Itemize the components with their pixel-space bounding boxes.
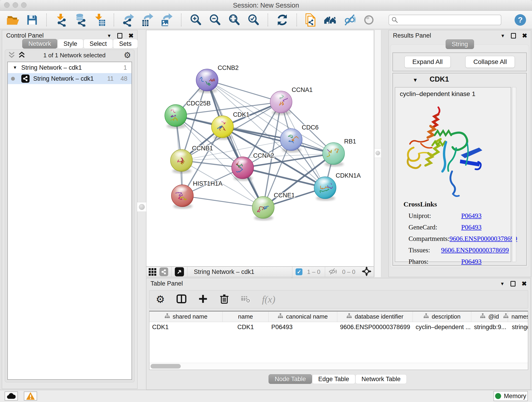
compartments-link[interactable]: 9606.ENSP00000378699 bbox=[450, 235, 517, 242]
string-home-icon[interactable] bbox=[323, 13, 337, 27]
pharos-link[interactable]: P06493 bbox=[461, 258, 481, 265]
tab-node-table[interactable]: Node Table bbox=[268, 374, 312, 384]
zoom-fit-icon[interactable] bbox=[227, 13, 241, 27]
hide-unhide-icon[interactable] bbox=[343, 13, 356, 27]
collapse-all-networks-icon[interactable] bbox=[8, 51, 15, 59]
delete-table-icon[interactable] bbox=[241, 294, 250, 304]
import-network-database-icon[interactable] bbox=[73, 13, 87, 27]
collapse-panel-icon[interactable]: ▼ bbox=[107, 33, 112, 38]
zoom-selected-icon[interactable] bbox=[247, 13, 260, 27]
gene-description: cyclin–dependent kinase 1 bbox=[400, 90, 475, 98]
warnings-button[interactable] bbox=[24, 391, 37, 401]
help-button[interactable]: ? bbox=[515, 14, 526, 26]
zoom-window-button[interactable] bbox=[21, 2, 27, 8]
column-header-shared-name[interactable]: shared name bbox=[149, 312, 223, 322]
column-header-canonical-name[interactable]: canonical name bbox=[268, 312, 337, 322]
network-node-CDKN1A[interactable] bbox=[314, 177, 336, 201]
table-horizontal-scrollbar[interactable] bbox=[149, 363, 528, 370]
network-canvas[interactable]: CCNB2CCNA1CDC25BCDK1CDC6RB1CCNB1CCNA2CDK… bbox=[146, 30, 374, 267]
search-input[interactable] bbox=[389, 15, 501, 25]
tab-sets[interactable]: Sets bbox=[113, 39, 138, 49]
column-header-database-identifier[interactable]: database identifier bbox=[337, 312, 413, 322]
tree-expand-caret-icon[interactable]: ▼ bbox=[13, 65, 17, 70]
genecard-link[interactable]: P06493 bbox=[461, 223, 481, 231]
uniprot-link[interactable]: P06493 bbox=[461, 212, 481, 220]
tab-select[interactable]: Select bbox=[83, 39, 113, 49]
traffic-lights[interactable] bbox=[4, 2, 27, 8]
export-network-icon[interactable] bbox=[121, 13, 135, 27]
network-edge-CCNB2-CCNE1[interactable] bbox=[207, 80, 263, 207]
table-row[interactable]: CDK1CDK1P064939606.ENSP00000378699cyclin… bbox=[149, 322, 528, 332]
network-node-CDC6[interactable] bbox=[280, 128, 302, 153]
tissues-link[interactable]: 9606.ENSP00000378699 bbox=[441, 246, 509, 254]
right-splitter[interactable] bbox=[374, 30, 381, 277]
column-header--id[interactable]: @id bbox=[471, 312, 508, 322]
close-panel-icon[interactable]: ✖ bbox=[128, 32, 133, 39]
memory-button[interactable]: Memory bbox=[494, 391, 528, 401]
expand-all-button[interactable]: Expand All bbox=[404, 56, 451, 68]
hidden-eye-icon[interactable] bbox=[328, 268, 337, 276]
automation-cloud-button[interactable] bbox=[5, 391, 18, 401]
export-table-icon[interactable] bbox=[141, 13, 154, 27]
delete-column-icon[interactable] bbox=[219, 294, 229, 305]
network-node-CCNA1[interactable] bbox=[270, 91, 292, 115]
export-image-icon[interactable] bbox=[160, 13, 174, 27]
selected-checkbox-icon[interactable]: ✓ bbox=[296, 268, 302, 275]
network-node-HIST1H1A[interactable] bbox=[171, 185, 193, 209]
scrollbar-thumb[interactable] bbox=[151, 364, 181, 369]
open-session-icon[interactable] bbox=[6, 13, 20, 27]
network-node-CCNB2[interactable] bbox=[196, 69, 218, 93]
network-edge-CCNB2-CCNA1[interactable] bbox=[207, 80, 281, 102]
tab-network[interactable]: Network bbox=[22, 39, 57, 49]
import-table-file-icon[interactable] bbox=[93, 13, 106, 27]
refresh-icon[interactable] bbox=[275, 13, 289, 27]
network-node-CCNB1[interactable] bbox=[171, 149, 192, 173]
results-scrollbar[interactable] bbox=[512, 87, 516, 262]
close-panel-icon[interactable]: ✖ bbox=[521, 280, 527, 287]
share-document-icon[interactable] bbox=[304, 13, 318, 27]
minimize-window-button[interactable] bbox=[13, 2, 18, 8]
collapse-panel-icon[interactable]: ▼ bbox=[500, 281, 505, 287]
network-node-CDC25B[interactable] bbox=[165, 104, 187, 128]
network-node-CCNA2[interactable] bbox=[232, 157, 254, 181]
left-splitter[interactable] bbox=[138, 30, 146, 389]
presentation-sphere-icon[interactable] bbox=[362, 13, 376, 27]
column-header-description[interactable]: description bbox=[413, 312, 471, 322]
close-panel-icon[interactable]: ✖ bbox=[522, 32, 527, 39]
string-view-icon[interactable] bbox=[159, 268, 168, 276]
float-panel-icon[interactable] bbox=[511, 33, 516, 38]
gene-section-caret-icon[interactable]: ▼ bbox=[413, 77, 418, 83]
import-network-file-icon[interactable] bbox=[54, 13, 68, 27]
function-builder-icon[interactable]: f(x) bbox=[262, 294, 275, 305]
zoom-in-icon[interactable] bbox=[189, 13, 203, 27]
tab-string[interactable]: String bbox=[446, 39, 474, 49]
tab-network-table[interactable]: Network Table bbox=[355, 374, 407, 384]
birds-eye-view-icon[interactable] bbox=[175, 267, 184, 276]
pan-crosshair-icon[interactable] bbox=[362, 267, 371, 277]
network-node-RB1[interactable] bbox=[321, 143, 345, 167]
table-settings-gear-icon[interactable]: ⚙ bbox=[156, 294, 165, 304]
network-node-CCNE1[interactable] bbox=[252, 196, 274, 220]
tab-style[interactable]: Style bbox=[57, 39, 83, 49]
network-options-gear-icon[interactable]: ⚙ bbox=[124, 51, 131, 59]
grid-view-icon[interactable] bbox=[149, 268, 156, 276]
network-node-CDK1[interactable] bbox=[211, 116, 234, 140]
expand-all-networks-icon[interactable] bbox=[18, 51, 25, 59]
column-header-name[interactable]: name bbox=[223, 312, 268, 322]
right-splitter-handle[interactable] bbox=[374, 148, 381, 158]
network-row[interactable]: String Network – cdk1 11 48 bbox=[8, 73, 132, 84]
tab-edge-table[interactable]: Edge Table bbox=[312, 374, 355, 384]
show-columns-icon[interactable] bbox=[176, 294, 187, 305]
add-column-icon[interactable] bbox=[198, 294, 208, 305]
zoom-out-icon[interactable] bbox=[208, 13, 222, 27]
collapse-all-button[interactable]: Collapse All bbox=[465, 56, 515, 68]
collapse-panel-icon[interactable]: ▼ bbox=[500, 33, 505, 38]
column-header-namespace[interactable]: namespace bbox=[508, 312, 528, 322]
left-splitter-handle[interactable] bbox=[137, 202, 147, 212]
network-collection-row[interactable]: ▼ String Network – cdk1 1 bbox=[8, 62, 132, 73]
network-edge-HIST1H1A-CCNE1[interactable] bbox=[182, 196, 263, 207]
save-session-icon[interactable] bbox=[25, 13, 39, 27]
close-window-button[interactable] bbox=[4, 2, 10, 8]
float-panel-icon[interactable] bbox=[510, 281, 515, 287]
float-panel-icon[interactable] bbox=[117, 33, 122, 38]
